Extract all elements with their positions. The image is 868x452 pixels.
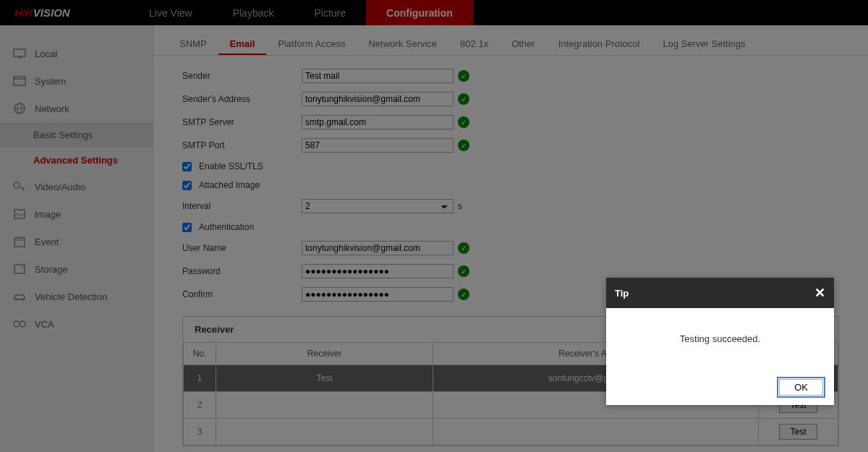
tip-dialog: Tip ✕ Testing succeeded. OK	[606, 278, 834, 405]
dialog-title: Tip	[615, 288, 629, 299]
close-icon[interactable]: ✕	[814, 285, 825, 301]
dialog-message: Testing succeeded.	[606, 308, 834, 370]
ok-button[interactable]: OK	[777, 377, 825, 398]
